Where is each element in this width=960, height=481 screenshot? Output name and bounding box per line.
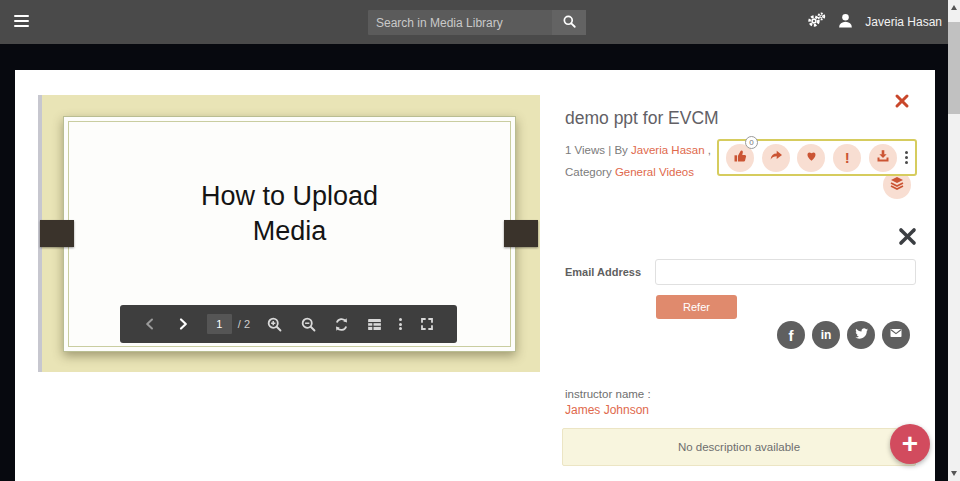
content-panel: How to Upload Media 1 / 2 [15,70,935,481]
search-button[interactable] [552,10,586,35]
twitter-share-button[interactable] [847,321,875,349]
report-button[interactable]: ! [833,144,861,172]
close-refer-icon[interactable] [898,227,917,250]
share-arrow-icon [768,148,784,168]
like-count-badge: 0 [745,136,758,149]
media-more-icon[interactable] [905,149,908,166]
instructor-name-link[interactable]: James Johnson [565,403,649,417]
prev-page-icon[interactable] [142,316,158,332]
slide-title: How to Upload Media [64,179,515,249]
settings-cogs-icon[interactable] [807,12,826,33]
category-line: Category General Videos [565,161,711,183]
navbar-user-area: Javeria Hasan [807,0,942,44]
media-meta: 1 Views | By Javeria Hasan , Category Ge… [565,139,711,183]
toolbar-more-icon[interactable] [399,316,402,331]
views-line: 1 Views | By Javeria Hasan , [565,139,711,161]
plus-icon: + [902,430,918,458]
like-button[interactable]: 0 [726,144,754,172]
views-text: 1 Views | By [565,144,628,156]
hamburger-menu-icon[interactable] [14,15,29,28]
email-share-button[interactable] [882,321,910,349]
thumbs-up-icon [732,148,748,168]
slide-right-clip [504,220,538,247]
favorite-button[interactable] [797,144,825,172]
page-scrollbar[interactable] [948,0,960,481]
search-input[interactable] [368,10,552,35]
author-suffix: , [708,144,711,156]
facebook-share-button[interactable]: f [777,321,805,349]
refresh-icon[interactable] [333,316,350,333]
download-icon [875,148,891,168]
page-number-input[interactable]: 1 [207,314,232,334]
next-page-icon[interactable] [175,316,191,332]
twitter-icon [854,326,869,345]
refer-button[interactable]: Refer [656,295,737,319]
media-action-bar: 0 ! [717,139,917,176]
viewer-toolbar: 1 / 2 [120,305,457,343]
fullscreen-icon[interactable] [419,316,435,332]
zoom-in-icon[interactable] [266,316,283,333]
scrollbar-down-arrow[interactable] [951,471,957,476]
description-box: No description available [562,428,916,466]
scrollbar-up-arrow[interactable] [951,5,957,10]
linkedin-icon: in [821,328,832,342]
instructor-label: instructor name : [565,388,651,400]
add-media-fab[interactable]: + [890,424,930,464]
facebook-icon: f [789,327,794,344]
username-label[interactable]: Javeria Hasan [865,15,942,29]
author-link[interactable]: Javeria Hasan [631,144,705,156]
scrollbar-thumb[interactable] [948,22,960,114]
linkedin-share-button[interactable]: in [812,321,840,349]
email-label: Email Address [565,266,641,278]
close-media-icon[interactable] [894,93,910,113]
slide-left-clip [40,220,74,247]
page-total-label: / 2 [238,318,250,330]
presentation-viewer: How to Upload Media 1 / 2 [38,95,540,372]
search-box [368,10,586,35]
heart-icon [804,148,819,167]
category-label: Category [565,166,612,178]
thumbnails-icon[interactable] [366,316,383,333]
description-text: No description available [678,441,800,453]
email-field[interactable] [655,259,916,285]
share-button[interactable] [762,144,790,172]
category-link[interactable]: General Videos [615,166,694,178]
media-title: demo ppt for EVCM [565,108,719,129]
exclamation-icon: ! [845,149,850,166]
user-avatar-icon[interactable] [837,12,854,33]
envelope-icon [888,325,904,345]
search-icon [562,14,577,32]
layers-icon [889,175,905,195]
download-button[interactable] [869,144,897,172]
zoom-out-icon[interactable] [300,316,317,333]
top-navbar: Javeria Hasan [0,0,960,44]
page-indicator: 1 / 2 [207,314,250,334]
